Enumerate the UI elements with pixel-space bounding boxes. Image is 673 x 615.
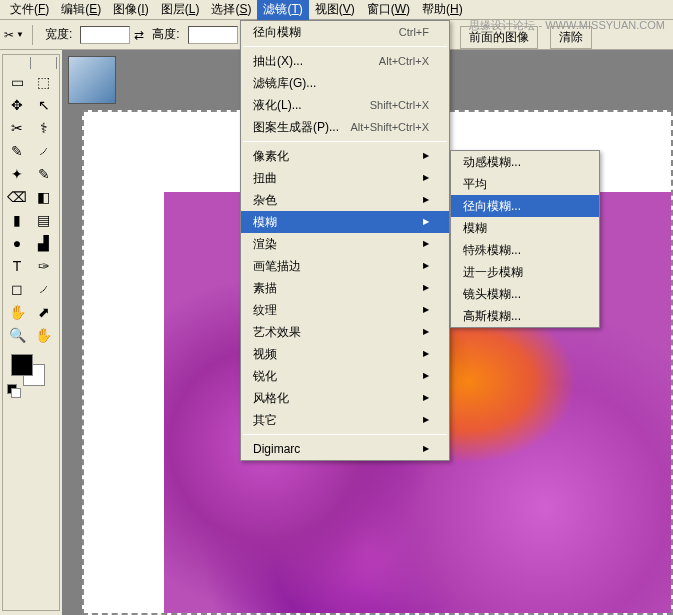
filter-menu: 径向模糊Ctrl+F抽出(X)...Alt+Ctrl+X滤镜库(G)...液化(…	[240, 20, 450, 461]
tool-5[interactable]: ⚕	[32, 117, 56, 139]
menu-item-label: 模糊	[253, 214, 277, 230]
menu-item-图案生成器(P)...[interactable]: 图案生成器(P)...Alt+Shift+Ctrl+X	[241, 116, 449, 138]
menu-item-液化(L)...[interactable]: 液化(L)...Shift+Ctrl+X	[241, 94, 449, 116]
submenu-item-镜头模糊...[interactable]: 镜头模糊...	[451, 283, 599, 305]
menu-item-label: Digimarc	[253, 441, 300, 457]
tool-13[interactable]: ▤	[32, 209, 56, 231]
tool-11[interactable]: ◧	[32, 186, 56, 208]
menu-item-锐化[interactable]: 锐化	[241, 365, 449, 387]
menu-编辑[interactable]: 编辑(E)	[55, 0, 107, 20]
menu-shortcut: Shift+Ctrl+X	[370, 97, 429, 113]
menu-item-label: 模糊	[463, 220, 487, 236]
tool-17[interactable]: ✑	[32, 255, 56, 277]
menu-item-label: 进一步模糊	[463, 264, 523, 280]
submenu-item-进一步模糊[interactable]: 进一步模糊	[451, 261, 599, 283]
menu-item-模糊[interactable]: 模糊	[241, 211, 449, 233]
menu-item-风格化[interactable]: 风格化	[241, 387, 449, 409]
submenu-item-动感模糊...[interactable]: 动感模糊...	[451, 151, 599, 173]
menu-item-label: 镜头模糊...	[463, 286, 521, 302]
submenu-item-模糊[interactable]: 模糊	[451, 217, 599, 239]
swap-icon[interactable]: ⇄	[134, 28, 144, 42]
submenu-item-高斯模糊...[interactable]: 高斯模糊...	[451, 305, 599, 327]
menu-item-径向模糊[interactable]: 径向模糊Ctrl+F	[241, 21, 449, 43]
tool-8[interactable]: ✦	[5, 163, 29, 185]
menu-item-纹理[interactable]: 纹理	[241, 299, 449, 321]
menu-item-扭曲[interactable]: 扭曲	[241, 167, 449, 189]
tool-12[interactable]: ▮	[5, 209, 29, 231]
menu-图像[interactable]: 图像(I)	[107, 0, 154, 20]
tool-3[interactable]: ↖	[32, 94, 56, 116]
menu-item-label: 艺术效果	[253, 324, 301, 340]
menu-item-label: 图案生成器(P)...	[253, 119, 339, 135]
menu-窗口[interactable]: 窗口(W)	[361, 0, 416, 20]
tool-grid: ▭⬚✥↖✂⚕✎⟋✦✎⌫◧▮▤●▟T✑◻⟋✋⬈🔍✋	[5, 71, 57, 346]
menu-item-label: 渲染	[253, 236, 277, 252]
menu-图层[interactable]: 图层(L)	[155, 0, 206, 20]
menu-item-渲染[interactable]: 渲染	[241, 233, 449, 255]
toolbox: ▭⬚✥↖✂⚕✎⟋✦✎⌫◧▮▤●▟T✑◻⟋✋⬈🔍✋	[2, 54, 60, 611]
menu-item-像素化[interactable]: 像素化	[241, 145, 449, 167]
menu-item-label: 其它	[253, 412, 277, 428]
tool-16[interactable]: T	[5, 255, 29, 277]
tool-10[interactable]: ⌫	[5, 186, 29, 208]
menu-item-视频[interactable]: 视频	[241, 343, 449, 365]
menu-item-艺术效果[interactable]: 艺术效果	[241, 321, 449, 343]
menu-item-label: 特殊模糊...	[463, 242, 521, 258]
menu-滤镜[interactable]: 滤镜(T)	[257, 0, 308, 20]
menu-item-label: 径向模糊...	[463, 198, 521, 214]
tool-6[interactable]: ✎	[5, 140, 29, 162]
tool-1[interactable]: ⬚	[32, 71, 56, 93]
menu-item-label: 液化(L)...	[253, 97, 302, 113]
color-swatches	[5, 354, 57, 394]
default-colors-icon[interactable]	[7, 384, 21, 394]
tool-18[interactable]: ◻	[5, 278, 29, 300]
width-label: 宽度:	[45, 26, 72, 43]
menu-item-label: 径向模糊	[253, 24, 301, 40]
height-label: 高度:	[152, 26, 179, 43]
menu-item-素描[interactable]: 素描	[241, 277, 449, 299]
submenu-item-径向模糊...[interactable]: 径向模糊...	[451, 195, 599, 217]
menu-item-杂色[interactable]: 杂色	[241, 189, 449, 211]
menu-item-抽出(X)...[interactable]: 抽出(X)...Alt+Ctrl+X	[241, 50, 449, 72]
menu-文件[interactable]: 文件(F)	[4, 0, 55, 20]
menu-item-label: 抽出(X)...	[253, 53, 303, 69]
menu-item-label: 视频	[253, 346, 277, 362]
width-input[interactable]	[80, 26, 130, 44]
tool-19[interactable]: ⟋	[32, 278, 56, 300]
menu-item-label: 画笔描边	[253, 258, 301, 274]
submenu-item-特殊模糊...[interactable]: 特殊模糊...	[451, 239, 599, 261]
tool-21[interactable]: ⬈	[32, 301, 56, 323]
menu-separator	[243, 46, 447, 47]
menu-item-其它[interactable]: 其它	[241, 409, 449, 431]
menu-item-label: 风格化	[253, 390, 289, 406]
menu-shortcut: Alt+Ctrl+X	[379, 53, 429, 69]
tool-23[interactable]: ✋	[32, 324, 56, 346]
menu-item-label: 杂色	[253, 192, 277, 208]
tool-4[interactable]: ✂	[5, 117, 29, 139]
tool-2[interactable]: ✥	[5, 94, 29, 116]
tool-0[interactable]: ▭	[5, 71, 29, 93]
menu-帮助[interactable]: 帮助(H)	[416, 0, 469, 20]
menu-separator	[243, 434, 447, 435]
crop-tool-icon[interactable]: ✂▼	[4, 25, 24, 45]
tool-7[interactable]: ⟋	[32, 140, 56, 162]
height-input[interactable]	[188, 26, 238, 44]
menu-item-label: 滤镜库(G)...	[253, 75, 316, 91]
tool-22[interactable]: 🔍	[5, 324, 29, 346]
menu-视图[interactable]: 视图(V)	[309, 0, 361, 20]
menu-separator	[243, 141, 447, 142]
menu-选择[interactable]: 选择(S)	[205, 0, 257, 20]
tool-9[interactable]: ✎	[32, 163, 56, 185]
foreground-color[interactable]	[11, 354, 33, 376]
tool-14[interactable]: ●	[5, 232, 29, 254]
menu-item-画笔描边[interactable]: 画笔描边	[241, 255, 449, 277]
menu-shortcut: Alt+Shift+Ctrl+X	[350, 119, 429, 135]
menu-item-label: 高斯模糊...	[463, 308, 521, 324]
document-thumbnail[interactable]	[68, 56, 116, 104]
tool-15[interactable]: ▟	[32, 232, 56, 254]
menu-item-Digimarc[interactable]: Digimarc	[241, 438, 449, 460]
submenu-item-平均[interactable]: 平均	[451, 173, 599, 195]
menu-item-滤镜库(G)...[interactable]: 滤镜库(G)...	[241, 72, 449, 94]
tool-20[interactable]: ✋	[5, 301, 29, 323]
menu-shortcut: Ctrl+F	[399, 24, 429, 40]
